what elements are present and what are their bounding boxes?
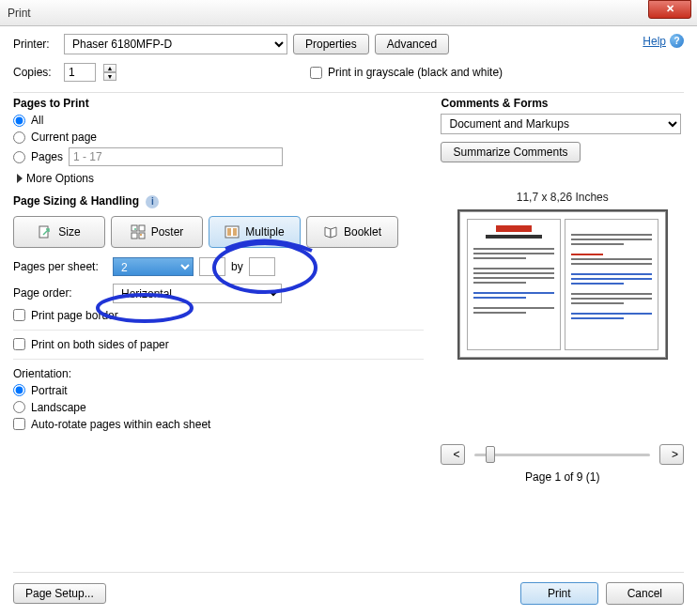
by-label: by xyxy=(231,260,243,273)
mode-booklet-button[interactable]: Booklet xyxy=(306,216,398,248)
booklet-icon xyxy=(323,224,338,239)
pages-to-print-title: Pages to Print xyxy=(13,97,424,110)
preview-slider[interactable] xyxy=(474,446,650,463)
preview-prev-button[interactable]: < xyxy=(441,444,465,465)
pages-range-radio[interactable] xyxy=(13,151,25,163)
landscape-radio[interactable] xyxy=(13,401,25,413)
copies-label: Copies: xyxy=(13,66,58,79)
svg-rect-4 xyxy=(139,233,145,239)
print-border-checkbox[interactable] xyxy=(13,309,25,321)
autorotate-row: Auto-rotate pages within each sheet xyxy=(13,418,424,431)
svg-rect-2 xyxy=(139,225,145,231)
properties-button[interactable]: Properties xyxy=(293,34,369,54)
svg-rect-8 xyxy=(227,228,231,236)
mode-size-button[interactable]: Size xyxy=(13,216,105,248)
triangle-right-icon xyxy=(17,174,23,183)
grayscale-text: Print in grayscale (black and white) xyxy=(328,66,503,79)
print-border-row: Print page border xyxy=(13,309,424,322)
mode-poster-button[interactable]: Poster xyxy=(111,216,203,248)
window-title: Print xyxy=(8,7,31,20)
printer-label: Printer: xyxy=(13,38,58,51)
pages-range-label: Pages xyxy=(31,150,63,163)
sizing-title: Page Sizing & Handling i xyxy=(13,194,424,208)
comments-title: Comments & Forms xyxy=(441,97,684,110)
preview-next-button[interactable]: > xyxy=(659,444,684,465)
pages-all-label: All xyxy=(31,114,43,127)
preview-page-2 xyxy=(565,219,658,350)
svg-point-6 xyxy=(140,234,142,236)
svg-rect-1 xyxy=(132,225,137,231)
preview-dimensions: 11,7 x 8,26 Inches xyxy=(441,191,684,204)
pages-range-input[interactable] xyxy=(69,147,283,166)
printer-select[interactable]: Phaser 6180MFP-D xyxy=(64,34,287,54)
copies-spin-down[interactable]: ▼ xyxy=(103,72,116,81)
grayscale-checkbox[interactable] xyxy=(310,67,322,79)
pages-current-row: Current page xyxy=(13,131,424,144)
multiple-icon xyxy=(225,224,240,239)
pages-current-radio[interactable] xyxy=(13,131,25,144)
pages-current-label: Current page xyxy=(31,131,97,144)
preview-page-1 xyxy=(467,219,561,350)
pps-custom-y[interactable] xyxy=(249,257,275,276)
page-setup-button[interactable]: Page Setup... xyxy=(13,583,106,604)
both-sides-row: Print on both sides of paper xyxy=(13,338,424,351)
print-border-label: Print page border xyxy=(31,309,118,322)
summarize-comments-button[interactable]: Summarize Comments xyxy=(441,142,580,162)
close-icon: ✕ xyxy=(666,3,674,15)
both-sides-label: Print on both sides of paper xyxy=(31,338,169,351)
page-order-select[interactable]: Horizontal xyxy=(113,284,282,303)
help-icon[interactable]: ? xyxy=(670,34,684,48)
svg-point-5 xyxy=(134,228,136,230)
preview-sheet xyxy=(457,209,668,360)
pages-all-radio[interactable] xyxy=(13,115,25,127)
size-icon xyxy=(38,224,53,239)
print-button[interactable]: Print xyxy=(520,582,598,605)
landscape-row: Landscape xyxy=(13,401,424,414)
help-link-area: Help ? xyxy=(643,34,684,48)
order-label: Page order: xyxy=(13,286,107,300)
copies-input[interactable] xyxy=(64,63,96,82)
preview-page-indicator: Page 1 of 9 (1) xyxy=(441,470,684,484)
pps-custom-x[interactable] xyxy=(199,257,225,276)
copies-spinner: ▲ ▼ xyxy=(103,64,116,81)
advanced-button[interactable]: Advanced xyxy=(375,34,449,54)
orientation-label: Orientation: xyxy=(13,367,424,380)
cancel-button[interactable]: Cancel xyxy=(606,582,684,605)
landscape-label: Landscape xyxy=(31,401,86,414)
more-options-toggle[interactable]: More Options xyxy=(17,172,424,185)
info-icon[interactable]: i xyxy=(146,195,159,208)
autorotate-label: Auto-rotate pages within each sheet xyxy=(31,418,210,431)
portrait-radio[interactable] xyxy=(13,384,25,396)
close-button[interactable]: ✕ xyxy=(648,0,691,19)
more-options-label: More Options xyxy=(26,172,94,185)
pages-range-row: Pages xyxy=(13,147,424,166)
portrait-row: Portrait xyxy=(13,384,424,397)
pages-all-row: All xyxy=(13,114,424,127)
preview-area: 11,7 x 8,26 Inches xyxy=(441,191,684,484)
mode-button-row: Size Poster Multiple xyxy=(13,216,424,248)
slider-thumb[interactable] xyxy=(486,446,495,463)
poster-icon xyxy=(131,224,146,239)
titlebar: Print ✕ xyxy=(0,0,697,26)
help-link[interactable]: Help xyxy=(643,35,666,48)
svg-rect-9 xyxy=(233,228,237,236)
comments-forms-select[interactable]: Document and Markups xyxy=(441,114,681,134)
portrait-label: Portrait xyxy=(31,384,68,397)
autorotate-checkbox[interactable] xyxy=(13,418,25,430)
mode-multiple-button[interactable]: Multiple xyxy=(209,216,301,248)
grayscale-checkbox-label: Print in grayscale (black and white) xyxy=(310,66,503,79)
svg-rect-3 xyxy=(132,233,137,239)
both-sides-checkbox[interactable] xyxy=(13,338,25,350)
pages-per-sheet-select[interactable]: 2 xyxy=(113,257,194,276)
pps-label: Pages per sheet: xyxy=(13,260,107,273)
copies-spin-up[interactable]: ▲ xyxy=(103,64,116,72)
